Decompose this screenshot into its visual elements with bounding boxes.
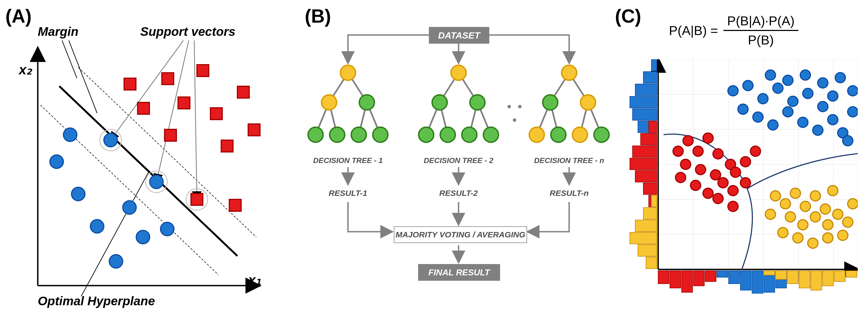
yhist-bar bbox=[635, 84, 657, 96]
scatter-point-red bbox=[740, 157, 751, 167]
panel-a-axis-x-label: x₁ bbox=[248, 272, 261, 288]
svg-rect-35 bbox=[229, 199, 241, 211]
scatter-point-blue bbox=[743, 80, 753, 91]
svg-rect-25 bbox=[137, 102, 149, 114]
svg-point-78 bbox=[572, 127, 587, 142]
yhist-bar bbox=[638, 245, 657, 256]
scatter-point-red bbox=[690, 180, 701, 190]
svg-point-18 bbox=[136, 230, 150, 244]
xhist-bar bbox=[717, 271, 728, 277]
tree-3-label: DECISION TREE - n bbox=[529, 156, 610, 165]
svg-point-76 bbox=[529, 127, 544, 142]
panel-a-support-vectors-label: Support vectors bbox=[140, 24, 236, 39]
svg-point-15 bbox=[71, 187, 85, 201]
yhist-bar bbox=[651, 195, 657, 207]
scatter-point-red bbox=[675, 172, 686, 183]
scatter-point-blue bbox=[848, 107, 858, 117]
tree-2-label: DECISION TREE - 2 bbox=[418, 156, 499, 165]
tree-1 bbox=[305, 65, 391, 156]
svg-rect-30 bbox=[210, 108, 222, 119]
scatter-point-yellow bbox=[793, 233, 803, 243]
scatter-point-red bbox=[750, 146, 761, 156]
tree-1-label: DECISION TREE - 1 bbox=[308, 156, 389, 165]
scatter-point-blue bbox=[843, 136, 853, 146]
scatter-point-blue bbox=[800, 70, 810, 80]
scatter-point-yellow bbox=[823, 233, 833, 243]
xhist-bar bbox=[834, 271, 845, 282]
svg-line-7 bbox=[69, 40, 97, 113]
panel-b-label: (B) bbox=[305, 5, 331, 27]
xhist-bar bbox=[728, 271, 740, 284]
yhist-bar bbox=[635, 171, 657, 182]
xhist-bar bbox=[846, 271, 857, 277]
panel-b-container: DATASET • bbox=[316, 27, 599, 297]
xhist-bar bbox=[705, 271, 716, 282]
scatter-point-blue bbox=[803, 89, 813, 99]
tree-svg bbox=[415, 65, 502, 156]
xhist-bar bbox=[799, 271, 810, 288]
svg-rect-28 bbox=[164, 129, 177, 141]
panel-a-label: (A) bbox=[5, 5, 32, 27]
formula-denominator: P(B) bbox=[748, 31, 774, 47]
scatter-point-yellow bbox=[770, 191, 781, 201]
scatter-point-red bbox=[703, 133, 713, 143]
scatter-point-yellow bbox=[808, 238, 818, 248]
svg-rect-24 bbox=[124, 78, 136, 90]
scatter-point-blue bbox=[783, 107, 793, 117]
result-3-label: RESULT-n bbox=[542, 188, 596, 198]
scatter-point-yellow bbox=[798, 219, 808, 230]
formula-lhs: P(A|B) = bbox=[669, 23, 718, 38]
panel-a-axis-y-label: x₂ bbox=[19, 62, 32, 78]
scatter-point-yellow bbox=[820, 204, 831, 214]
yhist-bar bbox=[643, 72, 657, 83]
tree-3 bbox=[526, 65, 612, 156]
yhist-bar bbox=[635, 220, 657, 232]
scatter-point-yellow bbox=[810, 191, 820, 201]
svg-point-53 bbox=[373, 127, 388, 142]
xhist-bar bbox=[811, 271, 822, 290]
svg-point-23 bbox=[150, 175, 163, 188]
svg-point-77 bbox=[551, 127, 566, 142]
scatter-point-blue bbox=[798, 117, 808, 128]
scatter-point-yellow bbox=[790, 188, 801, 198]
scatter-point-red bbox=[713, 194, 723, 204]
panel-c-chart bbox=[623, 59, 858, 294]
scatter-point-red bbox=[711, 170, 721, 180]
bayes-formula: P(A|B) = P(B|A)·P(A) P(B) bbox=[669, 13, 798, 47]
scatter-point-yellow bbox=[833, 209, 843, 219]
tree-svg bbox=[526, 65, 612, 156]
svg-point-14 bbox=[50, 155, 63, 168]
scatter-point-red bbox=[713, 149, 723, 159]
scatter-point-yellow bbox=[848, 199, 858, 209]
result-2-label: RESULT-2 bbox=[432, 188, 486, 198]
svg-line-9 bbox=[156, 40, 189, 182]
scatter-point-blue bbox=[828, 114, 838, 125]
svg-line-6 bbox=[62, 40, 77, 78]
tree-2 bbox=[415, 65, 502, 156]
scatter-point-blue bbox=[728, 86, 738, 96]
scatter-point-blue bbox=[835, 72, 845, 83]
xhist-bar bbox=[764, 271, 775, 275]
svg-rect-32 bbox=[237, 86, 249, 98]
svg-point-79 bbox=[594, 127, 609, 142]
scatter-point-yellow bbox=[800, 201, 810, 211]
svg-point-22 bbox=[160, 222, 174, 236]
svg-point-63 bbox=[418, 127, 434, 142]
scatter-point-blue bbox=[768, 120, 778, 130]
scatter-point-yellow bbox=[823, 219, 833, 230]
trees-ellipsis: • • • bbox=[504, 100, 526, 127]
svg-point-51 bbox=[330, 127, 345, 142]
xhist-bar bbox=[670, 271, 681, 288]
svg-point-20 bbox=[104, 133, 117, 147]
scatter-point-yellow bbox=[828, 186, 838, 196]
svg-point-65 bbox=[462, 127, 477, 142]
panel-a-svg bbox=[16, 32, 275, 297]
yhist-bar bbox=[632, 109, 657, 120]
svg-point-19 bbox=[63, 128, 77, 141]
svg-rect-33 bbox=[248, 124, 260, 136]
scatter-point-blue bbox=[818, 102, 828, 112]
scatter-point-blue bbox=[753, 112, 763, 122]
panel-c-label: (C) bbox=[615, 5, 641, 27]
majority-box: MAJORITY VOTING / AVERAGING bbox=[394, 226, 527, 243]
scatter-point-blue bbox=[788, 96, 798, 106]
